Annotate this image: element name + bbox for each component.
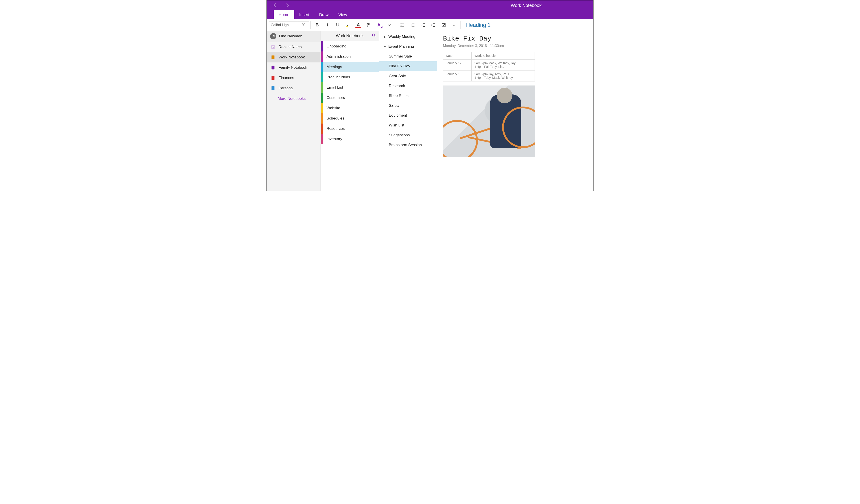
- sidebar-item-notebook[interactable]: Personal: [267, 83, 320, 93]
- section-color-tab: [321, 134, 324, 144]
- style-dropdown[interactable]: Heading 1: [462, 20, 494, 30]
- svg-rect-26: [272, 76, 272, 80]
- section-row[interactable]: Resources: [321, 123, 379, 134]
- page-row[interactable]: Brainstorm Session: [379, 140, 437, 150]
- section-color-tab: [321, 113, 324, 123]
- numbered-list-button[interactable]: 123: [407, 20, 418, 30]
- section-color-tab: [321, 41, 324, 51]
- table-row[interactable]: January 139am-2pm Jay, Amy, Raul1-4pm To…: [443, 71, 535, 81]
- user-row[interactable]: LN Lina Newman: [267, 31, 320, 42]
- app-window: Work Notebook Home Insert Draw View B I …: [267, 0, 593, 191]
- ribbon-tabs: Home Insert Draw View: [267, 10, 593, 19]
- page-label: Weekly Meeting: [388, 34, 415, 39]
- sidebar-item-label: Personal: [278, 86, 293, 90]
- section-row[interactable]: Meetings: [321, 62, 379, 72]
- section-row[interactable]: Website: [321, 103, 379, 113]
- italic-button[interactable]: I: [322, 20, 333, 30]
- sections-header-label: Work Notebook: [336, 33, 364, 38]
- page-row[interactable]: Suggestions: [379, 130, 437, 140]
- page-label: Equipment: [389, 113, 407, 118]
- cell-schedule: 9am-2pm Mack, Whitney, Jay1-4pm Fai, Tob…: [472, 60, 535, 71]
- sidebar-item-notebook[interactable]: Family Notebook: [267, 62, 320, 73]
- chevron-down-icon: ▼: [384, 45, 387, 48]
- page-row[interactable]: Gear Sale: [379, 71, 437, 81]
- svg-point-5: [401, 26, 401, 27]
- schedule-table[interactable]: Date Work Schedule January 129am-2pm Mac…: [443, 52, 535, 81]
- page-row[interactable]: Summer Sale: [379, 51, 437, 61]
- svg-point-1: [401, 24, 401, 24]
- highlight-button[interactable]: [343, 20, 353, 30]
- sidebar-item-label: Recent Notes: [278, 45, 302, 49]
- page-row[interactable]: Shop Rules: [379, 91, 437, 101]
- page-date: Monday, December 3, 2018 11:30am: [443, 44, 587, 48]
- search-icon[interactable]: [372, 33, 376, 39]
- forward-button[interactable]: [284, 2, 290, 8]
- section-label: Onboarding: [327, 44, 346, 48]
- format-painter-button[interactable]: [363, 20, 374, 30]
- main-area: LN Lina Newman Recent Notes Work Noteboo…: [267, 31, 593, 191]
- page-row[interactable]: ▶Weekly Meeting: [379, 32, 437, 42]
- page-row[interactable]: Wish List: [379, 120, 437, 130]
- window-title: Work Notebook: [511, 3, 542, 8]
- bulleted-list-button[interactable]: [397, 20, 407, 30]
- more-notebooks-link[interactable]: More Notebooks: [267, 93, 320, 104]
- section-color-tab: [321, 51, 324, 62]
- table-header-date: Date: [443, 52, 472, 60]
- section-row[interactable]: Inventory: [321, 134, 379, 144]
- titlebar: Work Notebook Home Insert Draw View: [267, 0, 593, 19]
- tab-draw[interactable]: Draw: [314, 10, 333, 19]
- table-row[interactable]: January 129am-2pm Mack, Whitney, Jay1-4p…: [443, 60, 535, 71]
- section-color-tab: [321, 103, 324, 113]
- font-size-input[interactable]: [298, 21, 309, 29]
- chevron-down-icon[interactable]: [449, 20, 459, 30]
- todo-checkbox-button[interactable]: [439, 20, 449, 30]
- svg-point-29: [372, 34, 374, 36]
- indent-button[interactable]: [428, 20, 439, 30]
- section-row[interactable]: Email List: [321, 83, 379, 93]
- section-row[interactable]: Onboarding: [321, 41, 379, 51]
- cell-schedule: 9am-2pm Jay, Amy, Raul1-4pm Toby, Mack, …: [472, 71, 535, 81]
- chevron-down-icon[interactable]: [384, 20, 395, 30]
- page-row[interactable]: Equipment: [379, 110, 437, 120]
- cell-date: January 12: [443, 60, 472, 71]
- page-label: Gear Sale: [389, 74, 406, 78]
- sidebar-item-recent[interactable]: Recent Notes: [267, 42, 320, 52]
- sidebar-item-notebook[interactable]: Work Notebook: [267, 52, 320, 62]
- back-button[interactable]: [272, 2, 278, 8]
- bold-button[interactable]: B: [312, 20, 322, 30]
- svg-rect-22: [272, 56, 272, 59]
- sections-column: Work Notebook OnboardingAdministrationMe…: [321, 31, 379, 191]
- page-label: Bike Fix Day: [389, 64, 410, 69]
- font-name-input[interactable]: [269, 21, 298, 29]
- page-label: Safety: [389, 103, 400, 108]
- tab-home[interactable]: Home: [274, 10, 294, 19]
- page-row[interactable]: ▼Event Planning: [379, 42, 437, 51]
- sections-header: Work Notebook: [321, 31, 379, 41]
- tab-view[interactable]: View: [333, 10, 352, 19]
- svg-line-30: [374, 36, 376, 37]
- sidebar-item-label: Family Notebook: [278, 65, 307, 70]
- tab-insert[interactable]: Insert: [294, 10, 314, 19]
- page-row[interactable]: Bike Fix Day: [379, 61, 437, 71]
- section-row[interactable]: Product Ideas: [321, 72, 379, 83]
- sidebar-item-notebook[interactable]: Finances: [267, 73, 320, 83]
- page-content[interactable]: Bike Fix Day Monday, December 3, 2018 11…: [437, 31, 593, 191]
- section-color-tab: [321, 72, 324, 83]
- section-row[interactable]: Administration: [321, 51, 379, 62]
- underline-button[interactable]: U: [333, 20, 343, 30]
- embedded-image[interactable]: Man carrying orange bicycle: [443, 86, 535, 157]
- user-name: Lina Newman: [279, 34, 302, 39]
- svg-rect-24: [272, 66, 272, 70]
- section-color-tab: [321, 93, 324, 103]
- outdent-button[interactable]: [418, 20, 428, 30]
- section-row[interactable]: Schedules: [321, 113, 379, 123]
- page-row[interactable]: Research: [379, 81, 437, 91]
- page-row[interactable]: Safety: [379, 101, 437, 110]
- font-color-button[interactable]: A: [353, 20, 363, 30]
- clear-formatting-button[interactable]: A◢: [374, 20, 384, 30]
- page-title[interactable]: Bike Fix Day: [443, 35, 587, 43]
- cell-date: January 13: [443, 71, 472, 81]
- section-row[interactable]: Customers: [321, 93, 379, 103]
- clock-icon: [271, 45, 275, 49]
- page-label: Shop Rules: [389, 93, 408, 98]
